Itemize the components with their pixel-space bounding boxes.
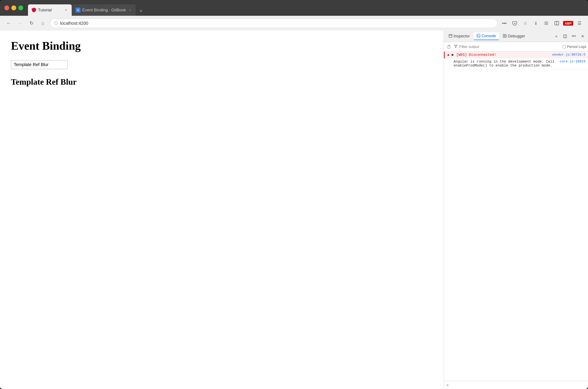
home-button[interactable]: ⌂	[38, 19, 47, 28]
console-filter-input[interactable]	[459, 45, 561, 49]
tab-debugger[interactable]: Debugger	[500, 32, 528, 40]
inspector-tab-label: Inspector	[453, 34, 470, 38]
devtools-dock-button[interactable]	[561, 32, 569, 40]
tab-gitbook[interactable]: G Event Binding · GitBook ✕	[72, 4, 136, 16]
back-button[interactable]: ←	[4, 19, 13, 28]
expand-icon[interactable]: ▶	[451, 53, 455, 57]
devtools-more: » ••• ✕	[553, 32, 586, 40]
library-button[interactable]	[542, 19, 550, 27]
tab-inspector[interactable]: Inspector	[446, 32, 473, 40]
wds-message-text: [WDS] Disconnected!	[456, 53, 550, 57]
devtools-options-button[interactable]: •••	[570, 32, 578, 40]
devtools-close-button[interactable]: ✕	[579, 32, 586, 40]
persist-logs-checkbox[interactable]	[563, 45, 566, 48]
page-content: Event Binding Template Ref Blur	[0, 31, 444, 389]
template-output-text: Template Ref Blur	[11, 77, 433, 87]
devtools-more-tabs-button[interactable]: »	[553, 32, 560, 40]
reload-button[interactable]: ↻	[27, 19, 36, 28]
gitbook-favicon-icon: G	[76, 8, 81, 12]
devtools-panel: Inspector Console	[444, 31, 588, 389]
page-title: Event Binding	[11, 39, 433, 52]
console-message-wds: ▲ ▶ [WDS] Disconnected! vendor.js:88726:…	[444, 52, 588, 58]
title-bar: Tutorial ✕ G Event Binding · GitBook ✕ +	[0, 0, 588, 16]
persist-logs-container: Persist Logs	[563, 45, 586, 49]
console-icon	[477, 34, 480, 38]
tab-tutorial[interactable]: Tutorial ✕	[28, 4, 72, 16]
forward-button[interactable]: →	[16, 19, 25, 28]
bookmark-button[interactable]: ☆	[521, 19, 530, 27]
angular-favicon-icon	[31, 8, 36, 12]
download-button[interactable]: ⇓	[532, 19, 540, 27]
console-prompt-icon: »	[447, 383, 448, 387]
tab-console[interactable]: Console	[474, 32, 499, 40]
menu-button[interactable]: ☰	[575, 19, 584, 27]
core-js-link[interactable]: core.js:16819	[560, 60, 585, 64]
console-message-angular: Angular is running in the development mo…	[444, 58, 588, 69]
main-area: Event Binding Template Ref Blur Inspecto…	[0, 31, 588, 389]
tab-gitbook-label: Event Binding · GitBook	[82, 8, 126, 12]
traffic-lights	[4, 5, 23, 10]
error-warning-icon: ▲	[447, 53, 449, 57]
add-tab-button[interactable]: +	[136, 6, 146, 16]
console-tab-label: Console	[481, 34, 496, 38]
console-clear-button[interactable]	[446, 43, 452, 50]
navigation-toolbar: ← → ↻ ⌂ ⓘ localhost:4200 ••• ☆ ⇓	[0, 16, 588, 31]
tab-tutorial-label: Tutorial	[38, 8, 62, 12]
template-ref-input[interactable]	[11, 60, 68, 69]
info-icon: ⓘ	[54, 21, 58, 26]
minimize-traffic-light[interactable]	[11, 5, 16, 10]
console-toolbar: Persist Logs	[444, 42, 588, 52]
devtools-tabs: Inspector Console	[444, 31, 588, 42]
tabs-bar: Tutorial ✕ G Event Binding · GitBook ✕ +	[28, 0, 584, 16]
angular-message-text2: enableProdMode() to enable the productio…	[453, 64, 552, 68]
close-traffic-light[interactable]	[4, 5, 9, 10]
toolbar-right: ••• ☆ ⇓ A	[500, 19, 584, 27]
filter-icon	[454, 45, 457, 49]
angular-message-text: Angular is running in the development mo…	[453, 60, 554, 64]
svg-rect-9	[503, 34, 506, 37]
address-bar[interactable]: ⓘ localhost:4200	[50, 18, 498, 28]
split-screen-button[interactable]	[553, 19, 561, 27]
tab-gitbook-close-button[interactable]: ✕	[128, 8, 132, 12]
inspector-icon	[449, 34, 452, 38]
tab-tutorial-close-button[interactable]: ✕	[64, 8, 68, 12]
vendor-js-link[interactable]: vendor.js:88726:5	[552, 53, 585, 57]
console-input-row: »	[444, 381, 588, 389]
console-messages: ▲ ▶ [WDS] Disconnected! vendor.js:88726:…	[444, 52, 588, 389]
address-text: localhost:4200	[60, 21, 88, 26]
debugger-tab-label: Debugger	[508, 34, 525, 38]
adblock-button[interactable]: ABP	[563, 21, 573, 26]
svg-marker-13	[454, 45, 457, 48]
svg-point-10	[504, 35, 505, 36]
maximize-traffic-light[interactable]	[18, 5, 23, 10]
more-button[interactable]: •••	[500, 19, 508, 27]
persist-logs-label: Persist Logs	[567, 45, 586, 49]
debugger-icon	[503, 34, 506, 38]
pocket-button[interactable]	[511, 19, 519, 27]
browser-window: Tutorial ✕ G Event Binding · GitBook ✕ +…	[0, 0, 588, 389]
svg-rect-5	[449, 34, 452, 37]
